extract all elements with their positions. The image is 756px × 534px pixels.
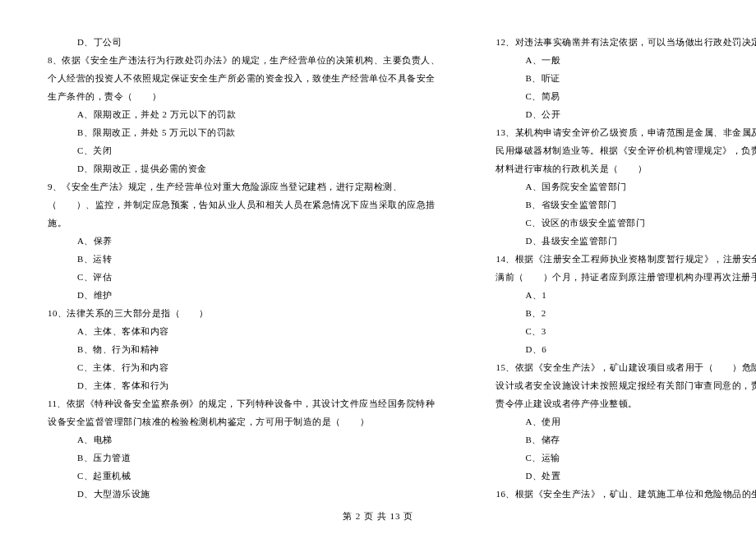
option-b: B、物、行为和精神 — [48, 340, 440, 358]
option-a: A、一般 — [496, 51, 756, 69]
option-c: C、运输 — [496, 449, 756, 467]
question-9-line3: 施。 — [48, 214, 440, 232]
option-c: C、起重机械 — [48, 467, 440, 485]
question-11-line2: 设备安全监督管理部门核准的检验检测机构鉴定，方可用于制造的是（ ） — [48, 412, 440, 430]
option-b: B、限期改正，并处 5 万元以下的罚款 — [48, 123, 440, 141]
question-8-line2: 个人经营的投资人不依照规定保证安全生产所必需的资金投入，致使生产经营单位不具备安… — [48, 69, 440, 87]
option-d: D、限期改正，提供必需的资金 — [48, 159, 440, 177]
option-a: A、电梯 — [48, 430, 440, 449]
question-8-line1: 8、依据《安全生产违法行为行政处罚办法》的规定，生产经营单位的决策机构、主要负责… — [48, 51, 440, 69]
option-b: B、储存 — [496, 430, 756, 449]
question-9-line2: （ ）、监控，并制定应急预案，告知从业人员和相关人员在紧急情况下应当采取的应急措 — [48, 196, 440, 214]
option-a: A、主体、客体和内容 — [48, 322, 440, 340]
option-d: D、主体、客体和行为 — [48, 376, 440, 394]
option-c: C、评估 — [48, 268, 440, 286]
question-14-line2: 满前（ ）个月，持证者应到原注册管理机构办理再次注册手续。 — [496, 268, 756, 286]
question-12: 12、对违法事实确凿并有法定依据，可以当场做出行政处罚决定的是（ ）程序。 — [496, 33, 756, 51]
option-b: B、压力管道 — [48, 449, 440, 467]
option-c: C、主体、行为和内容 — [48, 358, 440, 376]
question-10: 10、法律关系的三大部分是指（ ） — [48, 304, 440, 322]
question-11-line1: 11、依据《特种设备安全监察条例》的规定，下列特种设备中，其设计文件应当经国务院… — [48, 394, 440, 412]
option-b: B、省级安全监管部门 — [496, 196, 756, 214]
question-9-line1: 9、《安全生产法》规定，生产经营单位对重大危险源应当登记建档，进行定期检测、 — [48, 177, 440, 196]
question-15-line3: 责令停止建设或者停产停业整顿。 — [496, 394, 756, 412]
option-d: D、丁公司 — [48, 33, 440, 51]
option-a: A、使用 — [496, 412, 756, 430]
option-c: C、简易 — [496, 87, 756, 105]
option-b: B、2 — [496, 304, 756, 322]
page-body: D、丁公司 8、依据《安全生产违法行为行政处罚办法》的规定，生产经营单位的决策机… — [0, 0, 756, 501]
page-footer: 第 2 页 共 13 页 — [0, 510, 756, 522]
question-16: 16、根据《安全生产法》，矿山、建筑施工单位和危险物品的生产、经营储存单位外的其… — [496, 485, 756, 503]
option-a: A、1 — [496, 286, 756, 304]
option-a: A、限期改正，并处 2 万元以下的罚款 — [48, 105, 440, 123]
left-column: D、丁公司 8、依据《安全生产违法行为行政处罚办法》的规定，生产经营单位的决策机… — [48, 33, 440, 501]
option-c: C、3 — [496, 322, 756, 340]
option-d: D、县级安全监管部门 — [496, 232, 756, 250]
option-b: B、运转 — [48, 250, 440, 268]
question-8-line3: 生产条件的，责令（ ） — [48, 87, 440, 105]
question-13-line3: 材料进行审核的行政机关是（ ） — [496, 159, 756, 177]
option-c: C、设区的市级安全监管部门 — [496, 214, 756, 232]
question-13-line2: 民用爆破器材制造业等。根据《安全评价机构管理规定》，负责对该机构的资质申请表及证… — [496, 141, 756, 159]
option-b: B、听证 — [496, 69, 756, 87]
option-c: C、关闭 — [48, 141, 440, 159]
right-column: 12、对违法事实确凿并有法定依据，可以当场做出行政处罚决定的是（ ）程序。 A、… — [496, 33, 756, 501]
option-a: A、国务院安全监管部门 — [496, 177, 756, 196]
question-14-line1: 14、根据《注册安全工程师执业资格制度暂行规定》，注册安全工程师执业资格注册有效… — [496, 250, 756, 268]
option-d: D、公开 — [496, 105, 756, 123]
option-d: D、维护 — [48, 286, 440, 304]
option-a: A、保养 — [48, 232, 440, 250]
option-d: D、6 — [496, 340, 756, 358]
option-d: D、大型游乐设施 — [48, 485, 440, 503]
question-13-line1: 13、某机构申请安全评价乙级资质，申请范围是金属、非金属及其他矿采选业、烟花爆竹… — [496, 123, 756, 141]
question-15-line1: 15、依据《安全生产法》，矿山建设项目或者用于（ ）危险物品的建设项目没有安全设… — [496, 358, 756, 376]
question-15-line2: 设计或者安全设施设计未按照规定报经有关部门审查同意的，责令限期改正；逾期未改正的… — [496, 376, 756, 394]
option-d: D、处置 — [496, 467, 756, 485]
